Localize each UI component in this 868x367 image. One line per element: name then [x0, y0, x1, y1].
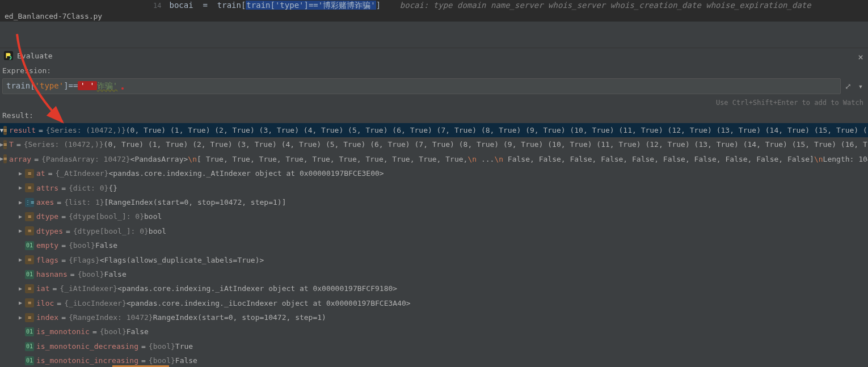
tree-row[interactable]: ▶≡at={_AtIndexer} <pandas.core.indexing.… [0, 166, 868, 180]
var-type: {_iLocIndexer} [64, 297, 127, 310]
tree-row[interactable]: ▶⋮≡axes={list: 1} [RangeIndex(start=0, s… [0, 195, 868, 209]
var-name: dtypes [36, 225, 63, 238]
var-type: {_AtIndexer} [55, 167, 108, 180]
var-value: True [175, 340, 193, 353]
var-type: {dtype[bool_]: 0} [73, 225, 149, 238]
annotation-dot [121, 87, 124, 90]
var-type: {_iAtIndexer} [60, 282, 117, 295]
var-name: is_monotonic [36, 325, 90, 338]
var-value: <PandasArray>\n[ True, True, True, True,… [130, 153, 868, 166]
bool-type-icon: 01 [25, 327, 34, 336]
result-label: Result: [0, 108, 868, 122]
var-value: {} [108, 182, 117, 195]
var-name: T [9, 138, 14, 151]
chevron-right-icon[interactable]: ▶ [16, 197, 25, 208]
line-number: 14 [153, 2, 169, 10]
tree-row[interactable]: ▼≡result={Series: (10472,)} (0, True) (1… [0, 123, 868, 137]
tree-row[interactable]: ▶≡iat={_iAtIndexer} <pandas.core.indexin… [0, 281, 868, 296]
tree-row[interactable]: ▶≡dtype={dtype[bool_]: 0} bool [0, 209, 868, 223]
chevron-right-icon[interactable]: ▶ [16, 284, 25, 294]
tree-row[interactable]: 01is_monotonic={bool} False [0, 324, 868, 339]
close-icon[interactable]: × [858, 52, 863, 62]
tree-row[interactable]: ▶≡dtypes={dtype[bool_]: 0} bool [0, 224, 868, 238]
object-type-icon: ≡ [25, 169, 34, 178]
var-type: {PandasArray: 10472} [41, 153, 130, 166]
var-name: iloc [36, 297, 54, 310]
var-name: index [36, 311, 58, 324]
bool-type-icon: 01 [25, 342, 34, 351]
var-value: False [127, 325, 149, 338]
tree-row[interactable]: ▶≡attrs={dict: 0} {} [0, 181, 868, 195]
expression-label: Expression: [0, 63, 868, 77]
var-value: (0, True) (1, True) (2, True) (3, True) … [104, 138, 868, 151]
var-value: bool [144, 210, 162, 223]
tree-row[interactable]: ▶≡flags={Flags} <Flags(allows_duplicate_… [0, 253, 868, 267]
chevron-right-icon[interactable]: ▶ [16, 255, 25, 265]
redacted-text: ' ' [78, 81, 96, 90]
list-type-icon: ⋮≡ [25, 198, 34, 207]
var-name: axes [36, 196, 54, 209]
var-value: False [95, 239, 117, 252]
var-name: attrs [36, 182, 58, 195]
dropdown-icon[interactable]: ▾ [853, 82, 866, 91]
var-type: {Flags} [69, 254, 100, 267]
chevron-right-icon[interactable]: ▶ [16, 168, 25, 179]
var-name: dtype [36, 210, 58, 223]
result-tree[interactable]: ▼≡result={Series: (10472,)} (0, True) (1… [0, 122, 868, 367]
expression-input[interactable]: train['type']==' '诈骗' [2, 78, 841, 94]
tree-row[interactable]: ▶≡index={RangeIndex: 10472} RangeIndex(s… [0, 310, 868, 324]
var-type: {bool} [69, 239, 95, 252]
inline-hint: bocai: type domain name_server whois_ser… [400, 1, 811, 10]
var-type: {dict: 0} [69, 182, 108, 195]
var-type: {RangeIndex: 10472} [69, 311, 153, 324]
bool-type-icon: 01 [25, 241, 34, 250]
var-type: {Series: (10472,)} [24, 138, 104, 151]
tree-row[interactable]: 01is_monotonic_decreasing={bool} True [0, 339, 868, 353]
pycharm-icon [3, 50, 14, 61]
code-line: 14 bocai = train[train['type']=='博彩赌博诈骗'… [0, 0, 868, 12]
var-value: <Flags(allows_duplicate_labels=True)> [100, 254, 264, 267]
var-name: result [9, 124, 36, 137]
object-type-icon: ≡ [25, 313, 34, 322]
evaluate-toolwindow-header: Evaluate × [0, 48, 868, 63]
tree-row[interactable]: ▶≡array={PandasArray: 10472} <PandasArra… [0, 152, 868, 166]
chevron-right-icon[interactable]: ▶ [16, 212, 25, 222]
chevron-right-icon[interactable]: ▶ [16, 183, 25, 193]
var-value: <pandas.core.indexing._iLocIndexer objec… [127, 297, 411, 310]
tree-row[interactable]: 01empty={bool} False [0, 238, 868, 252]
object-type-icon: ≡ [3, 140, 7, 149]
var-value: (0, True) (1, True) (2, True) (3, True) … [126, 124, 868, 137]
var-name: is_monotonic_decreasing [36, 340, 138, 353]
tree-row[interactable]: ▶≡iloc={_iLocIndexer} <pandas.core.index… [0, 296, 868, 310]
chevron-right-icon[interactable]: ▶ [16, 298, 25, 308]
var-name: at [36, 167, 45, 180]
object-type-icon: ≡ [25, 284, 34, 293]
var-value: False [175, 354, 197, 367]
chevron-right-icon[interactable]: ▶ [16, 226, 25, 236]
object-type-icon: ≡ [3, 154, 7, 163]
var-name: hasnans [36, 268, 68, 281]
object-type-icon: ≡ [25, 212, 34, 221]
var-name: flags [36, 254, 58, 267]
toolwindow-title: Evaluate [17, 52, 53, 60]
var-type: {bool} [100, 325, 127, 338]
tree-row[interactable]: ▶≡T={Series: (10472,)} (0, True) (1, Tru… [0, 137, 868, 151]
var-name: array [9, 153, 31, 166]
tree-row[interactable]: 01hasnans={bool} False [0, 267, 868, 281]
chevron-right-icon[interactable]: ▶ [16, 313, 25, 323]
expand-icon[interactable]: ⤢ [841, 82, 853, 91]
object-type-icon: ≡ [25, 298, 34, 307]
var-type: {Series: (10472,)} [46, 124, 126, 137]
var-value: <pandas.core.indexing._iAtIndexer object… [117, 282, 397, 295]
var-name: empty [36, 239, 58, 252]
object-type-icon: ≡ [25, 255, 34, 264]
var-type: {bool} [149, 340, 175, 353]
var-value: [RangeIndex(start=0, stop=10472, step=1)… [104, 196, 286, 209]
var-type: {dtype[bool_]: 0} [69, 210, 144, 223]
bool-type-icon: 01 [25, 356, 34, 365]
var-value: bool [149, 225, 166, 238]
var-type: {bool} [78, 268, 104, 281]
bool-type-icon: 01 [25, 270, 34, 279]
shortcut-hint: Use Ctrl+Shift+Enter to add to Watch [0, 95, 868, 108]
object-type-icon: ≡ [25, 226, 34, 235]
